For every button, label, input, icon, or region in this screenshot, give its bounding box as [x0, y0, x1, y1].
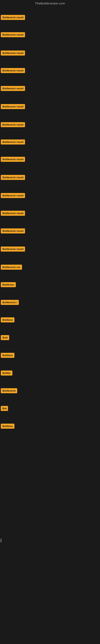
bottleneck-item: Bottleneck: [1, 388, 17, 394]
bottleneck-item: Bottleneck result: [1, 50, 25, 56]
bottleneck-badge: Bottlene: [1, 424, 14, 429]
bottleneck-item: Bottleneck result: [1, 157, 25, 162]
bottleneck-badge: Bottleneck result: [1, 68, 25, 73]
bottleneck-badge: Bottleneck result: [1, 104, 25, 109]
bottleneck-badge: Bottleneck: [1, 388, 17, 393]
bottleneck-badge: Bottleneck result: [1, 15, 25, 20]
bottleneck-badge: Bottlene: [1, 353, 14, 358]
bottleneck-badge: Bottleneck result: [1, 157, 25, 162]
bottleneck-badge: Bottleneck result: [1, 122, 25, 127]
bottleneck-badge: Bottleneck res: [1, 265, 22, 270]
bottleneck-item: Bottleneck result: [1, 122, 25, 128]
page-container: TheBottlenecker.com Bottleneck resultBot…: [0, 0, 100, 644]
bottleneck-item: Bottleneck result: [1, 32, 25, 38]
bottleneck-item: Bottlene: [1, 424, 14, 430]
bottleneck-badge: Bottleneck result: [1, 86, 25, 91]
bottleneck-item: Bottleneck result: [1, 193, 25, 199]
bottleneck-item: Bottleneck result: [1, 140, 25, 145]
bottleneck-item: Bottleneck result: [1, 246, 25, 252]
bottleneck-badge: Bottleneck result: [1, 193, 25, 198]
bottleneck-badge: Bottleneck result: [1, 228, 25, 234]
bottleneck-item: Bottlenec: [1, 282, 16, 288]
bottleneck-item: Bottleneck result: [1, 104, 25, 110]
bottleneck-item: Bott: [1, 335, 9, 341]
bottleneck-badge: Bottleneck r: [1, 300, 19, 305]
bottleneck-badge: Bottleneck result: [1, 246, 25, 252]
bottleneck-badge: Bottler: [1, 370, 12, 376]
bottleneck-item: Bottler: [1, 370, 12, 376]
bottleneck-item: Bottleneck result: [1, 86, 25, 92]
bottleneck-item: Bottlene: [1, 317, 14, 323]
bottleneck-item: Bottleneck result: [1, 211, 25, 216]
bottleneck-item: Bottleneck r: [1, 300, 19, 306]
bottleneck-badge: Bott: [1, 335, 9, 340]
bottleneck-badge: Bottlene: [1, 317, 14, 322]
bottleneck-item: Bot: [1, 406, 8, 412]
bottleneck-badge: Bottleneck result: [1, 50, 25, 56]
cursor-indicator: [1, 539, 1, 542]
bottleneck-badge: Bot: [1, 406, 8, 411]
bottleneck-item: Bottlene: [1, 353, 14, 359]
items-container: Bottleneck resultBottleneck resultBottle…: [0, 8, 100, 531]
site-header: TheBottlenecker.com: [0, 0, 100, 8]
bottleneck-badge: Bottleneck result: [1, 140, 25, 144]
bottleneck-badge: Bottleneck result: [1, 32, 25, 37]
site-title: TheBottlenecker.com: [35, 2, 65, 5]
bottleneck-item: Bottleneck result: [1, 175, 25, 181]
bottleneck-item: Bottleneck result: [1, 15, 25, 21]
bottleneck-badge: Bottlenec: [1, 282, 16, 287]
bottleneck-badge: Bottleneck result: [1, 211, 25, 216]
bottleneck-item: Bottleneck res: [1, 265, 22, 270]
bottleneck-item: Bottleneck result: [1, 228, 25, 234]
bottleneck-badge: Bottleneck result: [1, 175, 25, 180]
bottleneck-item: Bottleneck result: [1, 68, 25, 74]
